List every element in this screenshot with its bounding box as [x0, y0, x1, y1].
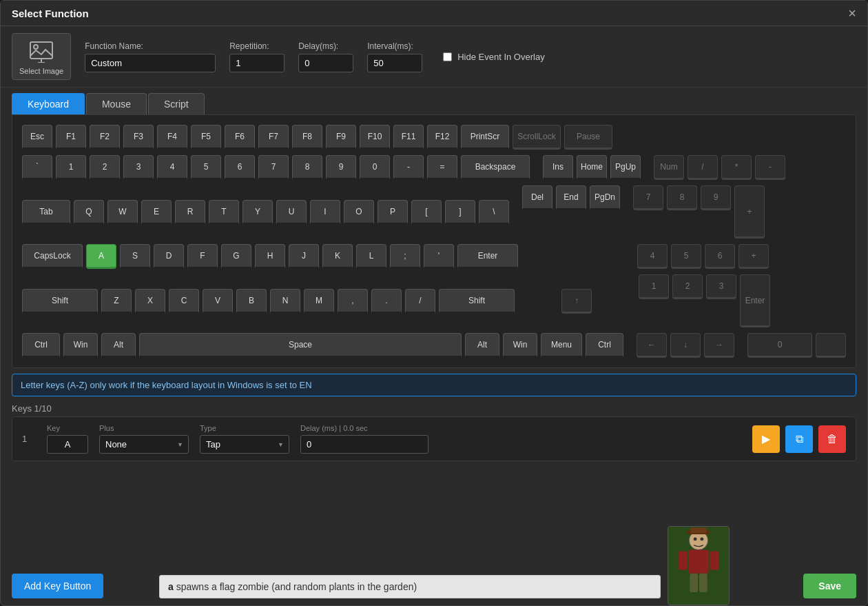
key-a[interactable]: A: [86, 244, 116, 269]
key-num5[interactable]: 5: [671, 244, 701, 269]
key-8[interactable]: 8: [292, 155, 322, 180]
key-1[interactable]: 1: [56, 155, 86, 180]
key-q[interactable]: Q: [74, 200, 104, 225]
key-numplus[interactable]: +: [734, 185, 765, 239]
delay-input[interactable]: [298, 54, 353, 72]
tab-script[interactable]: Script: [148, 93, 205, 114]
key-4[interactable]: 4: [157, 155, 187, 180]
key-u[interactable]: U: [276, 200, 307, 225]
key-win-right[interactable]: Win: [503, 333, 537, 358]
key-f6[interactable]: F6: [225, 125, 255, 150]
key-f3[interactable]: F3: [123, 125, 154, 150]
key-c[interactable]: C: [169, 289, 199, 314]
key-num4[interactable]: 4: [637, 244, 668, 269]
key-o[interactable]: O: [344, 200, 374, 225]
key-f4[interactable]: F4: [157, 125, 187, 150]
close-button[interactable]: ×: [848, 6, 856, 20]
key-f5[interactable]: F5: [191, 125, 221, 150]
key-backslash[interactable]: \: [479, 200, 509, 225]
key-e[interactable]: E: [141, 200, 172, 225]
key-backspace[interactable]: Backspace: [461, 155, 530, 180]
key-b[interactable]: B: [236, 289, 267, 314]
delete-button[interactable]: 🗑: [818, 425, 846, 453]
key-num0[interactable]: 0: [747, 333, 812, 358]
key-scrolllock[interactable]: ScrollLock: [513, 125, 561, 150]
key-alt-left[interactable]: Alt: [101, 333, 136, 358]
key-num[interactable]: Num: [654, 155, 684, 180]
key-p[interactable]: P: [378, 200, 408, 225]
key-w[interactable]: W: [107, 200, 138, 225]
key-num1[interactable]: 1: [639, 274, 669, 299]
key-del[interactable]: Del: [522, 185, 552, 210]
key-uparrow[interactable]: ↑: [561, 289, 592, 314]
add-key-button[interactable]: Add Key Button: [12, 574, 103, 598]
key-h[interactable]: H: [255, 244, 285, 269]
key-lbracket[interactable]: [: [411, 200, 442, 225]
key-menu[interactable]: Menu: [541, 333, 582, 358]
key-6[interactable]: 6: [225, 155, 255, 180]
key-esc[interactable]: Esc: [22, 125, 52, 150]
key-5[interactable]: 5: [191, 155, 221, 180]
key-home[interactable]: Home: [577, 155, 607, 180]
key-semicolon[interactable]: ;: [390, 244, 420, 269]
play-button[interactable]: ▶: [752, 425, 780, 453]
key-numplus2[interactable]: +: [738, 244, 769, 269]
key-num7[interactable]: 7: [633, 185, 663, 210]
key-ins[interactable]: Ins: [543, 155, 573, 180]
key-l[interactable]: L: [356, 244, 386, 269]
key-j[interactable]: J: [289, 244, 319, 269]
key-pause[interactable]: Pause: [564, 125, 612, 150]
key-num8[interactable]: 8: [667, 185, 697, 210]
key-f2[interactable]: F2: [90, 125, 120, 150]
key-7[interactable]: 7: [258, 155, 289, 180]
key-num9[interactable]: 9: [701, 185, 731, 210]
delay-value-input[interactable]: [300, 435, 428, 454]
key-leftarrow[interactable]: ←: [637, 333, 667, 358]
key-rbracket[interactable]: ]: [445, 200, 475, 225]
key-tab[interactable]: Tab: [22, 200, 70, 225]
key-ctrl-right[interactable]: Ctrl: [586, 333, 623, 358]
key-d[interactable]: D: [154, 244, 184, 269]
key-win-left[interactable]: Win: [63, 333, 98, 358]
hide-event-label[interactable]: Hide Event In Overlay: [457, 52, 544, 62]
key-minus[interactable]: -: [393, 155, 424, 180]
key-numdot[interactable]: [816, 333, 846, 358]
key-i[interactable]: I: [310, 200, 340, 225]
key-y[interactable]: Y: [242, 200, 273, 225]
save-button[interactable]: Save: [803, 574, 856, 598]
key-slash[interactable]: /: [405, 289, 435, 314]
key-s[interactable]: S: [120, 244, 150, 269]
key-end[interactable]: End: [556, 185, 586, 210]
key-ctrl-left[interactable]: Ctrl: [22, 333, 60, 358]
key-v[interactable]: V: [203, 289, 233, 314]
key-g[interactable]: G: [221, 244, 251, 269]
key-numenter[interactable]: Enter: [740, 274, 770, 327]
function-name-input[interactable]: [85, 54, 216, 72]
key-f11[interactable]: F11: [393, 125, 424, 150]
key-backtick[interactable]: `: [22, 155, 52, 180]
tab-mouse[interactable]: Mouse: [86, 93, 147, 114]
key-alt-right[interactable]: Alt: [465, 333, 499, 358]
key-m[interactable]: M: [304, 289, 334, 314]
key-x[interactable]: X: [135, 289, 165, 314]
tab-keyboard[interactable]: Keyboard: [12, 93, 85, 114]
key-t[interactable]: T: [209, 200, 239, 225]
key-f[interactable]: F: [187, 244, 218, 269]
type-select[interactable]: Tap Hold Release: [200, 435, 289, 454]
key-shift-left[interactable]: Shift: [22, 289, 98, 314]
key-num2[interactable]: 2: [672, 274, 703, 299]
key-capslock[interactable]: CapsLock: [22, 244, 83, 269]
interval-input[interactable]: [367, 54, 422, 72]
key-3[interactable]: 3: [123, 155, 154, 180]
key-equals[interactable]: =: [427, 155, 457, 180]
copy-button[interactable]: ⧉: [785, 425, 813, 453]
key-n[interactable]: N: [270, 289, 300, 314]
key-f8[interactable]: F8: [292, 125, 322, 150]
key-r[interactable]: R: [175, 200, 205, 225]
key-f9[interactable]: F9: [326, 125, 356, 150]
key-0[interactable]: 0: [360, 155, 390, 180]
key-f1[interactable]: F1: [56, 125, 86, 150]
key-pgdn[interactable]: PgDn: [590, 185, 620, 210]
key-comma[interactable]: ,: [338, 289, 368, 314]
key-quote[interactable]: ': [424, 244, 454, 269]
